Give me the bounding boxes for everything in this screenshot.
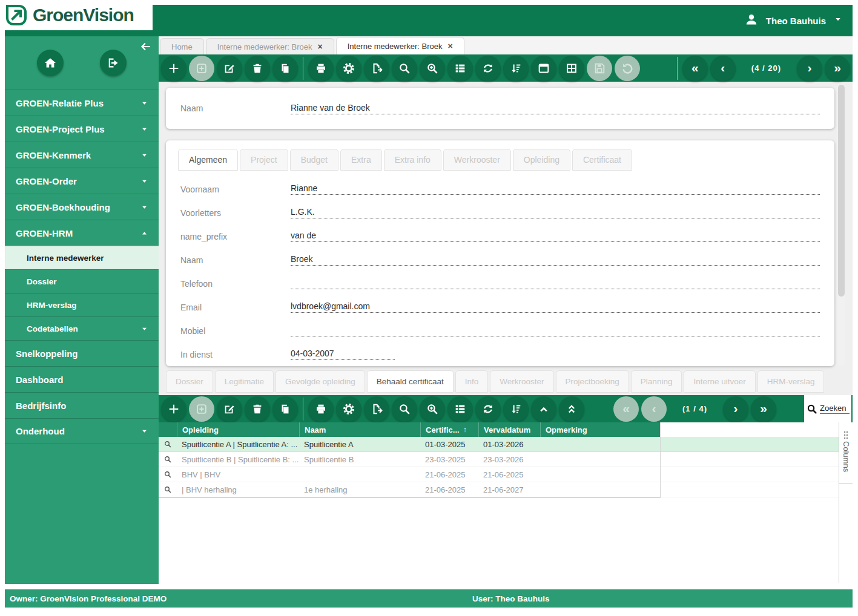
chevrons-up-button[interactable] (559, 396, 584, 422)
field-input[interactable]: L.G.K. (291, 207, 820, 218)
copy-button[interactable] (272, 396, 298, 422)
window-button[interactable] (531, 56, 556, 81)
row-search-button[interactable] (159, 455, 177, 464)
last-button[interactable]: » (751, 396, 776, 422)
tab-hrm-verslag[interactable]: HRM-verslag (757, 370, 825, 393)
grid-button[interactable] (559, 56, 584, 81)
tab-certificaat[interactable]: Certificaat (572, 149, 632, 171)
table-row[interactable]: Spuitlicentie A | Spuitlicentie A: ...Sp… (159, 437, 839, 452)
window-tab-3[interactable]: Interne medewerker: Broek× (336, 37, 464, 54)
column-header-naam[interactable]: Naam (299, 422, 420, 437)
scrollbar-thumb[interactable] (838, 85, 845, 297)
columns-button[interactable]: Columns (839, 427, 853, 484)
sidebar-item-bedrijfsinfo[interactable]: Bedrijfsinfo (5, 392, 159, 418)
plus-button[interactable] (161, 396, 186, 422)
sidebar-item-codetabellen[interactable]: Codetabellen (5, 316, 159, 340)
sidebar-item-groen-relatie-plus[interactable]: GROEN-Relatie Plus (5, 90, 159, 116)
print-button[interactable] (308, 56, 334, 81)
trash-button[interactable] (245, 396, 270, 422)
sidebar-item-dossier[interactable]: Dossier (5, 269, 159, 293)
refresh-button[interactable] (475, 56, 501, 81)
tab-interne-uitvoer[interactable]: Interne uitvoer (684, 370, 755, 393)
zoom-in-button[interactable] (420, 396, 445, 422)
logout-button[interactable] (100, 50, 127, 76)
column-header-opleiding[interactable]: Opleiding (177, 422, 299, 437)
gear-button[interactable] (336, 396, 361, 422)
field-input[interactable]: van de (291, 231, 820, 242)
row-search-button[interactable] (159, 470, 177, 479)
window-tab-1[interactable]: Home (160, 38, 204, 54)
field-input[interactable]: Broek (291, 254, 820, 266)
sidebar-item-interne-medewerker[interactable]: Interne medewerker (5, 246, 159, 269)
search-input[interactable]: Zoeken (820, 404, 850, 414)
next-button[interactable]: › (797, 56, 822, 81)
first-button[interactable]: « (682, 56, 708, 81)
chevron-up-button[interactable] (531, 396, 556, 422)
sidebar-item-onderhoud[interactable]: Onderhoud (5, 418, 159, 444)
sidebar-item-groen-order[interactable]: GROEN-Order (5, 168, 159, 194)
home-button[interactable] (37, 50, 64, 76)
next-button[interactable]: › (723, 396, 748, 422)
user-menu[interactable]: Theo Bauhuis (744, 5, 843, 36)
sidebar-item-hrm-verslag[interactable]: HRM-verslag (5, 293, 159, 316)
tab-algemeen[interactable]: Algemeen (178, 149, 238, 171)
sidebar-item-snelkoppeling[interactable]: Snelkoppeling (5, 340, 159, 366)
sidebar-item-groen-kenmerk[interactable]: GROEN-Kenmerk (5, 142, 159, 168)
tab-werkrooster[interactable]: Werkrooster (443, 149, 511, 171)
list-button[interactable] (447, 396, 473, 422)
field-input[interactable]: 04-03-2007 (291, 349, 395, 360)
prev-button[interactable]: ‹ (710, 56, 736, 81)
close-icon[interactable]: × (317, 42, 322, 51)
collapse-sidebar-button[interactable] (138, 40, 153, 54)
edit-button[interactable] (217, 56, 242, 81)
gear-button[interactable] (336, 56, 361, 81)
export-button[interactable] (364, 396, 389, 422)
list-button[interactable] (447, 56, 473, 81)
tab-legitimatie[interactable]: Legitimatie (215, 370, 274, 393)
sidebar-item-groen-boekhouding[interactable]: GROEN-Boekhouding (5, 194, 159, 220)
table-row[interactable]: Spuitlicentie B | Spuitlicentie B: ...Sp… (159, 452, 839, 467)
tab-info[interactable]: Info (455, 370, 489, 393)
edit-button[interactable] (217, 396, 242, 422)
sort-button[interactable] (503, 56, 529, 81)
tab-projectboeking[interactable]: Projectboeking (556, 370, 629, 393)
tab-werkrooster[interactable]: Werkrooster (490, 370, 553, 393)
window-tab-2[interactable]: Interne medewerker: Broek× (206, 38, 334, 54)
copy-button[interactable] (272, 56, 298, 81)
row-search-button[interactable] (159, 485, 177, 494)
row-search-button[interactable] (159, 440, 177, 448)
column-header-vervaldatum[interactable]: Vervaldatum (478, 422, 540, 437)
export-button[interactable] (364, 56, 389, 81)
vertical-scrollbar[interactable] (837, 84, 845, 366)
field-input[interactable]: Rianne (291, 183, 820, 195)
table-row[interactable]: | BHV herhaling1e herhaling21-06-202521-… (159, 482, 839, 497)
field-input[interactable] (291, 278, 820, 289)
sidebar-item-groen-hrm[interactable]: GROEN-HRM (5, 220, 159, 246)
plus-button[interactable] (161, 56, 186, 81)
search-button[interactable] (392, 396, 417, 422)
tab-dossier[interactable]: Dossier (166, 370, 213, 393)
field-input[interactable]: lvdbroek@gmail.com (291, 301, 820, 313)
search-button[interactable] (392, 56, 417, 81)
print-button[interactable] (308, 396, 334, 422)
field-input[interactable]: Rianne van de Broek (291, 103, 820, 114)
table-row[interactable]: BHV | BHV21-06-202521-06-2025 (159, 467, 839, 482)
zoom-in-button[interactable] (420, 56, 445, 81)
column-header-opmerking[interactable]: Opmerking (540, 422, 660, 437)
tab-gevolgde-opleiding[interactable]: Gevolgde opleiding (276, 370, 365, 393)
tab-behaald-certificaat[interactable]: Behaald certificaat (367, 370, 454, 393)
close-icon[interactable]: × (447, 42, 452, 50)
tab-extra[interactable]: Extra (340, 149, 382, 171)
sort-button[interactable] (503, 396, 529, 422)
tab-planning[interactable]: Planning (631, 370, 682, 393)
last-button[interactable]: » (825, 56, 850, 81)
tab-project[interactable]: Project (240, 149, 288, 171)
sidebar-item-groen-project-plus[interactable]: GROEN-Project Plus (5, 116, 159, 142)
trash-button[interactable] (245, 56, 270, 81)
tab-extra-info[interactable]: Extra info (384, 149, 441, 171)
column-header-certific[interactable]: Certific...↑ (420, 422, 478, 437)
field-input[interactable] (291, 325, 820, 336)
grid-search-box[interactable]: Zoeken (804, 395, 851, 422)
refresh-button[interactable] (475, 396, 501, 422)
sidebar-item-dashboard[interactable]: Dashboard (5, 366, 159, 392)
